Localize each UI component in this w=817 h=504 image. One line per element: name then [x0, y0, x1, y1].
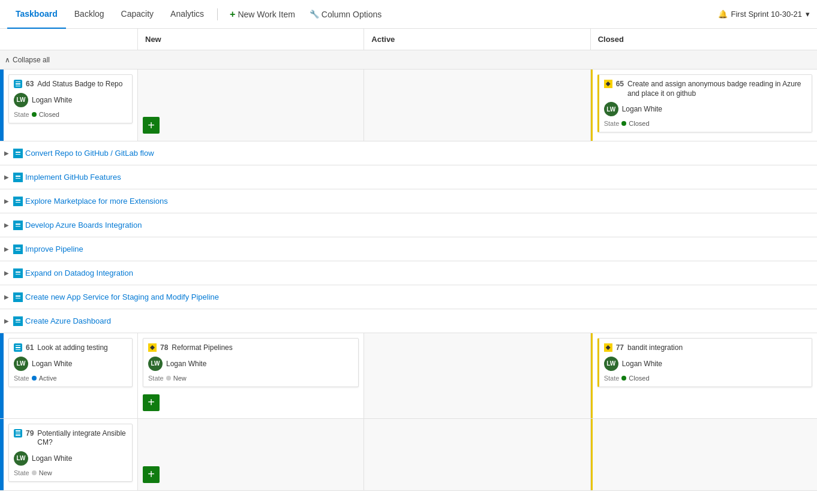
sprint-selector[interactable]: 🔔 First Sprint 10-30-21 ▾: [718, 10, 810, 19]
avatar-78: LW: [148, 357, 163, 371]
card-63: 63 Add Status Badge to Repo LW Logan Whi…: [8, 74, 133, 123]
story-icon-5: [13, 268, 23, 278]
story-title-3[interactable]: Develop Azure Boards Integration: [25, 221, 142, 230]
card-79-header: 79 Potentially integrate Ansible CM?: [14, 429, 127, 448]
column-headers: New Active Closed: [0, 29, 817, 50]
avatar-61: LW: [14, 357, 28, 371]
card-77-state: State Closed: [604, 375, 807, 382]
story-row-6[interactable]: ▶ Create new App Service for Staging and…: [0, 285, 817, 309]
story-title-5[interactable]: Expand on Datadog Integration: [25, 268, 133, 277]
user-name-79: Logan White: [32, 454, 72, 463]
expand-icon-3: ▶: [2, 221, 11, 230]
add-new-sprint2-button[interactable]: +: [143, 394, 160, 411]
sprint2-new-cell: 78 Reformat Pipelines LW Logan White Sta…: [138, 333, 364, 418]
avatar-65: LW: [604, 102, 618, 116]
story-title-1[interactable]: Implement GitHub Features: [25, 173, 121, 182]
expand-icon-4: ▶: [2, 245, 11, 253]
col-header-left: [0, 29, 138, 50]
collapse-all-button[interactable]: ∧ Collapse all: [0, 50, 817, 70]
tab-analytics[interactable]: Analytics: [162, 0, 212, 29]
story-row-5[interactable]: ▶ Expand on Datadog Integration: [0, 261, 817, 285]
story-title-2[interactable]: Explore Marketplace for more Extensions: [25, 197, 168, 206]
sprint2-left-cell: 61 Look at adding testing LW Logan White…: [0, 333, 138, 418]
expand-icon-0: ▶: [2, 149, 11, 158]
expand-icon-7: ▶: [2, 317, 11, 325]
collapse-arrow-icon: ∧: [5, 56, 10, 64]
card-78-state: State New: [148, 375, 353, 382]
tab-backlog[interactable]: Backlog: [66, 0, 113, 29]
sprint3-left-content: 79 Potentially integrate Ansible CM? LW …: [4, 419, 137, 490]
card-65-title[interactable]: Create and assign anonymous badge readin…: [627, 80, 807, 98]
new-work-item-button[interactable]: + New Work Item: [223, 5, 302, 23]
add-new-sprint3-button[interactable]: +: [143, 466, 160, 483]
column-options-button[interactable]: 🔧 Column Options: [302, 6, 389, 23]
nav-divider: [217, 8, 218, 20]
col-header-active: Active: [364, 29, 590, 50]
add-new-sprint1-button[interactable]: +: [143, 117, 160, 134]
sprint3-board-row: 79 Potentially integrate Ansible CM? LW …: [0, 419, 817, 491]
top-nav: Taskboard Backlog Capacity Analytics + N…: [0, 0, 817, 29]
card-77-user: LW Logan White: [604, 357, 807, 371]
story-row-7[interactable]: ▶ Create Azure Dashboard: [0, 309, 817, 333]
avatar-63: LW: [14, 93, 28, 107]
sprint3-left-cell: 79 Potentially integrate Ansible CM? LW …: [0, 419, 138, 490]
card-61-state: State Active: [14, 375, 127, 382]
card-78-title[interactable]: Reformat Pipelines: [172, 343, 353, 353]
task-icon-77: [604, 343, 612, 352]
state-dot-79: [32, 470, 37, 475]
expand-icon-6: ▶: [2, 293, 11, 301]
story-title-7[interactable]: Create Azure Dashboard: [25, 316, 111, 325]
story-title-6[interactable]: Create new App Service for Staging and M…: [25, 292, 219, 301]
sprint2-board-row: 61 Look at adding testing LW Logan White…: [0, 333, 817, 419]
story-icon-3: [13, 221, 23, 230]
card-61-number: 61: [26, 343, 34, 352]
task-icon-65: [604, 80, 612, 88]
card-78-header: 78 Reformat Pipelines: [148, 343, 353, 353]
tab-capacity[interactable]: Capacity: [113, 0, 162, 29]
card-65-header: 65 Create and assign anonymous badge rea…: [604, 80, 807, 98]
card-77-number: 77: [616, 343, 624, 352]
story-row-0[interactable]: ▶ Convert Repo to GitHub / GitLab flow: [0, 141, 817, 165]
sprint2-left-content: 61 Look at adding testing LW Logan White…: [4, 333, 137, 418]
card-63-number: 63: [26, 80, 34, 88]
card-63-state: State Closed: [14, 111, 127, 118]
col-header-new: New: [138, 29, 364, 50]
story-row-4[interactable]: ▶ Improve Pipeline: [0, 237, 817, 261]
card-77-title[interactable]: bandit integration: [627, 343, 807, 353]
story-row-1[interactable]: ▶ Implement GitHub Features: [0, 165, 817, 189]
story-icon-0: [13, 149, 23, 158]
user-name-77: Logan White: [622, 360, 662, 368]
sprint3-new-cell: +: [138, 419, 364, 490]
chevron-down-icon: ▾: [806, 10, 810, 19]
work-item-icon-63: [14, 80, 22, 88]
state-dot-65: [621, 121, 626, 126]
card-61-title[interactable]: Look at adding testing: [37, 343, 127, 353]
sprint1-board-row: 63 Add Status Badge to Repo LW Logan Whi…: [0, 70, 817, 141]
user-name-78: Logan White: [166, 360, 206, 368]
state-dot-63: [32, 112, 37, 117]
card-63-user: LW Logan White: [14, 93, 127, 107]
story-icon-1: [13, 173, 23, 182]
story-icon-7: [13, 316, 23, 326]
card-63-header: 63 Add Status Badge to Repo: [14, 80, 127, 89]
bell-icon: 🔔: [718, 10, 728, 19]
work-item-icon-61: [14, 343, 22, 352]
story-title-0[interactable]: Convert Repo to GitHub / GitLab flow: [25, 149, 154, 158]
story-title-4[interactable]: Improve Pipeline: [25, 245, 83, 253]
card-79-title[interactable]: Potentially integrate Ansible CM?: [37, 429, 127, 448]
user-name-65: Logan White: [622, 105, 662, 113]
avatar-79: LW: [14, 451, 28, 466]
card-61-header: 61 Look at adding testing: [14, 343, 127, 353]
expand-icon-2: ▶: [2, 197, 11, 206]
card-65-number: 65: [616, 80, 624, 88]
tab-taskboard[interactable]: Taskboard: [7, 0, 66, 29]
card-63-title[interactable]: Add Status Badge to Repo: [37, 80, 127, 89]
card-65-state: State Closed: [604, 120, 807, 127]
story-icon-4: [13, 245, 23, 254]
story-row-2[interactable]: ▶ Explore Marketplace for more Extension…: [0, 189, 817, 213]
sprint1-left-cell: 63 Add Status Badge to Repo LW Logan Whi…: [0, 70, 138, 141]
sprint2-active-cell: [364, 333, 590, 418]
story-row-3[interactable]: ▶ Develop Azure Boards Integration: [0, 213, 817, 237]
col-header-closed: Closed: [591, 29, 817, 50]
card-78: 78 Reformat Pipelines LW Logan White Sta…: [143, 338, 359, 387]
